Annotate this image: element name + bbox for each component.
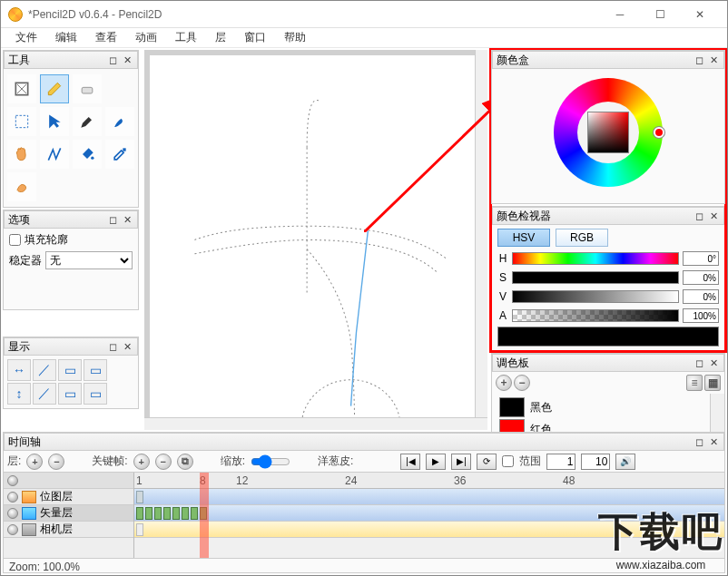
- track-vector[interactable]: [134, 505, 724, 522]
- color-sv-box[interactable]: [587, 112, 629, 153]
- maximize-button[interactable]: ☐: [640, 2, 680, 27]
- alpha-value[interactable]: 100%: [683, 308, 719, 323]
- display-overlay-2[interactable]: ▭: [84, 383, 107, 405]
- range-start-input[interactable]: [546, 454, 576, 470]
- canvas-scroll-vertical[interactable]: [475, 50, 487, 417]
- options-float-button[interactable]: [106, 213, 119, 226]
- hue-value[interactable]: 0°: [683, 251, 719, 266]
- tool-polyline[interactable]: [40, 140, 69, 169]
- tool-clear[interactable]: [7, 74, 36, 103]
- stabilizer-select[interactable]: 无: [45, 251, 133, 269]
- range-checkbox[interactable]: [502, 455, 514, 467]
- tool-pen[interactable]: [73, 107, 102, 136]
- hsv-tab[interactable]: HSV: [497, 229, 550, 247]
- vector-frame-7[interactable]: [191, 507, 198, 520]
- menu-file[interactable]: 文件: [6, 28, 46, 47]
- palette-item-black[interactable]: 黑色: [499, 397, 717, 417]
- range-end-input[interactable]: [581, 454, 610, 470]
- tools-close-button[interactable]: [121, 54, 133, 66]
- canvas[interactable]: [150, 55, 482, 425]
- palette-grid-view-button[interactable]: ▦: [704, 375, 721, 391]
- vector-frame-6[interactable]: [182, 507, 189, 520]
- val-value[interactable]: 0%: [683, 289, 719, 304]
- camera-frame-1[interactable]: [136, 523, 143, 536]
- eye-bitmap[interactable]: [7, 492, 18, 503]
- track-camera[interactable]: [134, 522, 724, 538]
- timeline-close-button[interactable]: [707, 435, 720, 448]
- minimize-button[interactable]: ─: [600, 2, 640, 27]
- display-onion-next[interactable]: ▭: [84, 359, 107, 381]
- color-inspector-float-button[interactable]: [693, 210, 705, 222]
- menu-view[interactable]: 查看: [86, 28, 126, 47]
- play-button[interactable]: ▶: [426, 454, 446, 470]
- keyframe-duplicate-button[interactable]: ⧉: [177, 454, 193, 470]
- tools-float-button[interactable]: [106, 54, 119, 66]
- hue-slider[interactable]: [512, 252, 679, 265]
- sat-value[interactable]: 0%: [683, 270, 719, 285]
- val-slider[interactable]: [512, 290, 679, 303]
- tool-hand[interactable]: [7, 140, 36, 169]
- rgb-tab[interactable]: RGB: [556, 229, 608, 247]
- palette-remove-button[interactable]: −: [514, 375, 530, 391]
- bitmap-frame-1[interactable]: [136, 491, 143, 503]
- layer-remove-button[interactable]: −: [48, 454, 64, 470]
- tool-select[interactable]: [7, 107, 36, 136]
- display-overlay-1[interactable]: ▭: [58, 383, 82, 405]
- sound-button[interactable]: 🔊: [615, 454, 635, 470]
- vector-frame-3[interactable]: [154, 507, 162, 520]
- tool-move[interactable]: [40, 107, 69, 136]
- menu-window[interactable]: 窗口: [235, 28, 275, 47]
- layer-row-bitmap[interactable]: 位图层: [4, 489, 133, 505]
- timeline-float-button[interactable]: [693, 435, 705, 448]
- layer-row-camera[interactable]: 相机层: [4, 522, 133, 538]
- color-wheel-marker[interactable]: [654, 127, 664, 138]
- canvas-scroll-horizontal[interactable]: [144, 417, 487, 430]
- tool-smudge[interactable]: [7, 172, 36, 201]
- close-button[interactable]: ✕: [680, 2, 720, 27]
- timeline-zoom-slider[interactable]: [251, 454, 290, 469]
- alpha-slider[interactable]: [512, 309, 679, 322]
- vector-frame-1[interactable]: [136, 507, 143, 520]
- loop-button[interactable]: ⟳: [477, 454, 497, 470]
- eye-icon[interactable]: [7, 475, 18, 486]
- color-box-float-button[interactable]: [693, 54, 705, 66]
- palette-list-view-button[interactable]: ≡: [686, 375, 703, 391]
- palette-add-button[interactable]: +: [496, 375, 512, 391]
- color-box-close-button[interactable]: [707, 54, 720, 66]
- display-float-button[interactable]: [106, 340, 119, 353]
- palette-float-button[interactable]: [693, 356, 705, 369]
- layer-add-button[interactable]: +: [26, 454, 43, 470]
- timeline-ruler[interactable]: 1 8 12 24 36 48: [134, 473, 724, 489]
- vector-frame-2[interactable]: [145, 507, 152, 520]
- fill-contour-checkbox[interactable]: [9, 234, 21, 246]
- display-mirror-h[interactable]: ↔: [7, 359, 31, 381]
- vector-frame-4[interactable]: [163, 507, 171, 520]
- display-onion-prev[interactable]: ▭: [58, 359, 82, 381]
- keyframe-remove-button[interactable]: −: [155, 454, 172, 470]
- palette-close-button[interactable]: [707, 356, 720, 369]
- goto-start-button[interactable]: |◀: [400, 454, 420, 470]
- vector-frame-5[interactable]: [172, 507, 180, 520]
- tool-brush[interactable]: [105, 107, 134, 136]
- tool-bucket[interactable]: [73, 140, 102, 169]
- menu-edit[interactable]: 编辑: [46, 28, 86, 47]
- menu-help[interactable]: 帮助: [275, 28, 315, 47]
- tool-pencil[interactable]: [40, 74, 69, 103]
- color-inspector-close-button[interactable]: [707, 210, 720, 222]
- eye-camera[interactable]: [7, 524, 18, 535]
- color-wheel[interactable]: [492, 69, 724, 196]
- tool-eyedropper[interactable]: [105, 140, 134, 169]
- track-bitmap[interactable]: [134, 489, 724, 505]
- playhead[interactable]: [200, 473, 209, 558]
- eye-vector[interactable]: [7, 508, 18, 519]
- menu-animation[interactable]: 动画: [126, 28, 166, 47]
- timeline-tracks[interactable]: 1 8 12 24 36 48: [134, 473, 724, 558]
- menu-layer[interactable]: 层: [206, 28, 235, 47]
- menu-tool[interactable]: 工具: [166, 28, 206, 47]
- keyframe-add-button[interactable]: +: [133, 454, 150, 470]
- tool-eraser[interactable]: [73, 74, 102, 103]
- display-thin-lines[interactable]: ／: [33, 359, 56, 381]
- display-mirror-v[interactable]: ↕: [7, 383, 31, 405]
- options-close-button[interactable]: [121, 213, 133, 226]
- display-close-button[interactable]: [121, 340, 133, 353]
